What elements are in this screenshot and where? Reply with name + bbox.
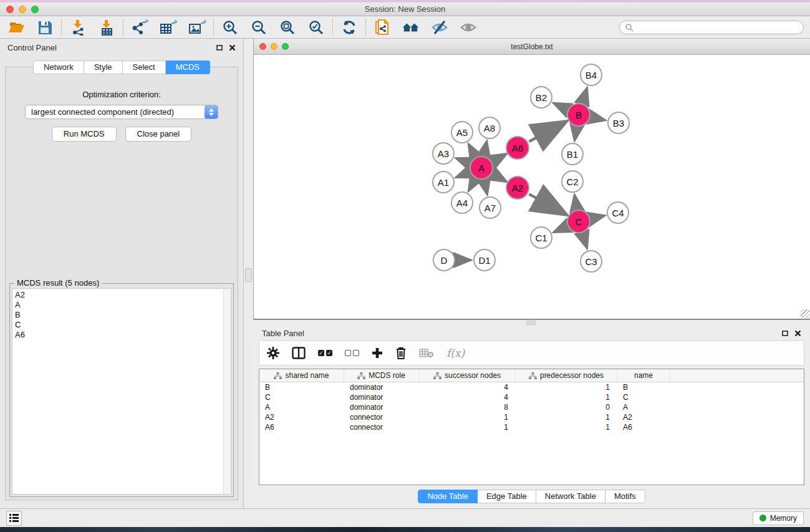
column-header-MCDS-role[interactable]: MCDS role <box>344 369 419 382</box>
edge-C-C1[interactable] <box>553 226 566 232</box>
import-table-icon[interactable] <box>98 19 115 36</box>
graph-node-B[interactable]: B <box>567 103 591 127</box>
cell-name[interactable]: C <box>617 393 670 402</box>
tab-mcds[interactable]: MCDS <box>166 60 210 74</box>
close-window-icon[interactable] <box>6 6 14 13</box>
graph-node-C3[interactable]: C3 <box>580 250 602 273</box>
graph-node-A7[interactable]: A7 <box>479 196 501 219</box>
first-neighbors-icon[interactable] <box>402 19 420 36</box>
edge-A6-B[interactable] <box>529 121 566 142</box>
gear-icon[interactable] <box>267 347 279 359</box>
edge-A-A3[interactable] <box>456 158 470 163</box>
cell-successor-nodes[interactable]: 4 <box>419 393 516 402</box>
graph-node-B2[interactable]: B2 <box>530 86 552 109</box>
edge-A-A8[interactable] <box>484 141 487 155</box>
cell-name[interactable]: A6 <box>617 423 670 432</box>
graph-node-A5[interactable]: A5 <box>451 121 473 143</box>
splitter-grip[interactable] <box>245 268 252 282</box>
edge-B-B1[interactable] <box>574 128 576 142</box>
cell-shared-name[interactable]: B <box>259 383 344 392</box>
edge-A-A2[interactable] <box>493 174 505 181</box>
column-header-predecessor-nodes[interactable]: predecessor nodes <box>516 369 617 382</box>
horizontal-splitter-grip[interactable] <box>526 321 536 325</box>
cell-successor-nodes[interactable]: 1 <box>419 423 516 432</box>
add-icon[interactable] <box>372 347 383 359</box>
cell-name[interactable]: A2 <box>617 413 670 422</box>
task-history-button[interactable] <box>6 511 22 526</box>
edge-C-C2[interactable] <box>574 195 577 209</box>
select-all-checkboxes-icon[interactable]: ✓✓ <box>318 350 332 356</box>
graph-node-C2[interactable]: C2 <box>561 170 584 193</box>
graph-node-A6[interactable]: A6 <box>506 136 529 160</box>
hide-selected-icon[interactable] <box>431 19 448 36</box>
zoom-in-icon[interactable] <box>221 19 239 36</box>
column-header-name[interactable]: name <box>617 369 670 382</box>
close-panel-button[interactable]: Close panel <box>125 127 192 142</box>
edge-B-B3[interactable] <box>592 117 606 120</box>
save-session-icon[interactable] <box>36 19 54 36</box>
cell-shared-name[interactable]: A <box>259 403 344 412</box>
criterion-dropdown[interactable]: largest connected component (directed) <box>25 105 218 119</box>
cell-predecessor-nodes[interactable]: 1 <box>516 393 617 402</box>
refresh-icon[interactable] <box>340 19 358 36</box>
result-item-b[interactable]: B <box>12 310 223 320</box>
close-table-panel-icon[interactable] <box>794 330 801 337</box>
graph-node-A8[interactable]: A8 <box>478 117 501 139</box>
minimize-window-icon[interactable] <box>19 6 26 13</box>
network-canvas[interactable]: B4B2BB3A8A5A6A3B1AC2A1A2A4A7C4CC1C3DD1 <box>254 55 810 320</box>
close-panel-icon[interactable] <box>229 44 236 51</box>
result-item-c[interactable]: C <box>12 320 223 330</box>
result-item-a[interactable]: A <box>12 300 223 310</box>
graph-node-C1[interactable]: C1 <box>530 226 552 249</box>
column-header-successor-nodes[interactable]: successor nodes <box>419 369 516 382</box>
graph-node-C[interactable]: C <box>567 210 591 233</box>
cell-MCDS-role[interactable]: connector <box>344 413 419 422</box>
table-tab-network-table[interactable]: Network Table <box>536 490 605 503</box>
run-mcds-button[interactable]: Run MCDS <box>52 127 117 142</box>
tab-select[interactable]: Select <box>123 60 166 74</box>
cell-predecessor-nodes[interactable]: 1 <box>516 413 617 422</box>
cell-predecessor-nodes[interactable]: 1 <box>516 423 617 432</box>
graph-node-D1[interactable]: D1 <box>473 249 496 271</box>
cell-MCDS-role[interactable]: connector <box>344 423 419 432</box>
maximize-network-window-icon[interactable] <box>282 43 289 50</box>
graph-node-A4[interactable]: A4 <box>451 191 473 214</box>
edge-A-A7[interactable] <box>484 181 487 195</box>
graph-node-A3[interactable]: A3 <box>432 142 455 165</box>
result-item-a2[interactable]: A2 <box>12 290 223 300</box>
float-table-panel-icon[interactable] <box>782 331 788 336</box>
graph-node-A1[interactable]: A1 <box>432 171 455 193</box>
graph-node-B3[interactable]: B3 <box>607 112 630 134</box>
table-tab-edge-table[interactable]: Edge Table <box>478 490 536 503</box>
edge-A-A5[interactable] <box>468 143 475 156</box>
table-tab-motifs[interactable]: Motifs <box>605 490 645 503</box>
cell-MCDS-role[interactable]: dominator <box>344 383 419 392</box>
result-item-a6[interactable]: A6 <box>12 330 223 340</box>
import-network-icon[interactable] <box>69 19 87 36</box>
edge-A2-C[interactable] <box>529 194 566 215</box>
edge-B-B4[interactable] <box>582 87 587 102</box>
cell-predecessor-nodes[interactable]: 1 <box>516 383 617 392</box>
cell-predecessor-nodes[interactable]: 0 <box>516 403 617 412</box>
graph-node-B4[interactable]: B4 <box>580 64 602 86</box>
zoom-selected-icon[interactable] <box>307 19 325 36</box>
column-header-shared-name[interactable]: shared name <box>259 369 344 382</box>
edge-C-C4[interactable] <box>591 216 605 219</box>
tab-network[interactable]: Network <box>33 60 84 74</box>
horizontal-splitter[interactable] <box>253 320 810 326</box>
cell-name[interactable]: A <box>617 403 670 412</box>
window-resize-handle[interactable] <box>801 309 809 318</box>
graph-node-A[interactable]: A <box>470 156 493 180</box>
minimize-network-window-icon[interactable] <box>271 43 277 50</box>
zoom-fit-icon[interactable] <box>279 19 296 36</box>
close-network-window-icon[interactable] <box>259 43 266 50</box>
trash-icon[interactable] <box>395 347 407 359</box>
graph-node-D[interactable]: D <box>433 249 455 271</box>
function-builder-icon[interactable]: f(x) <box>446 347 465 359</box>
zoom-out-icon[interactable] <box>250 19 268 36</box>
table-tab-node-table[interactable]: Node Table <box>418 490 478 503</box>
graph-node-A2[interactable]: A2 <box>506 176 529 200</box>
column-layout-icon[interactable] <box>292 347 306 359</box>
network-from-selection-icon[interactable] <box>374 19 391 36</box>
cell-successor-nodes[interactable]: 4 <box>419 383 516 392</box>
